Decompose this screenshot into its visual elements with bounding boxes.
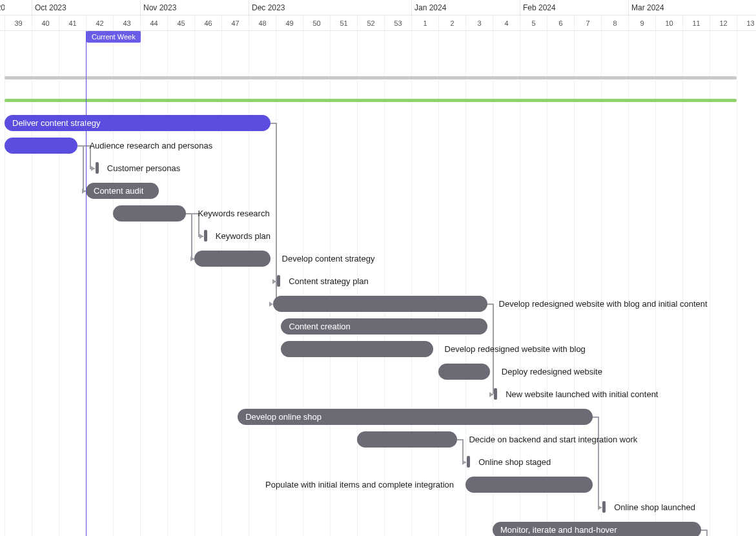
week-header: 7 bbox=[574, 15, 601, 31]
dependency-line bbox=[598, 417, 599, 507]
week-header: 6 bbox=[547, 15, 574, 31]
week-header: 48 bbox=[249, 15, 276, 31]
milestone[interactable] bbox=[277, 275, 280, 287]
dependency-line bbox=[186, 213, 191, 214]
dependency-line bbox=[271, 123, 276, 124]
dependency-line bbox=[706, 530, 708, 536]
gantt-bar[interactable] bbox=[113, 205, 186, 222]
milestone-label: Content strategy plan bbox=[289, 273, 369, 289]
gantt-bar-label: Monitor, iterate and hand-hover bbox=[500, 522, 617, 536]
gantt-bar[interactable] bbox=[438, 364, 490, 380]
gantt-bar[interactable]: Develop online shop bbox=[238, 409, 593, 425]
week-header: 52 bbox=[357, 15, 384, 31]
week-header: 5 bbox=[520, 15, 547, 31]
summary-bar[interactable] bbox=[5, 76, 737, 79]
month-header: Dec 2023 bbox=[249, 0, 357, 15]
gantt-bar-label: Develop content strategy bbox=[282, 251, 375, 267]
dependency-line bbox=[487, 304, 493, 305]
week-header: 43 bbox=[113, 15, 140, 31]
milestone[interactable] bbox=[467, 456, 470, 468]
week-header: 39 bbox=[5, 15, 32, 31]
gantt-bar-label: Content creation bbox=[289, 318, 350, 335]
week-header: 42 bbox=[86, 15, 113, 31]
dependency-line bbox=[77, 145, 89, 147]
summary-bar[interactable] bbox=[5, 99, 737, 102]
gantt-bar-label: Decide on backend and start integration … bbox=[469, 431, 637, 448]
grid-line bbox=[411, 31, 412, 536]
gantt-bar-label: Deploy redesigned website bbox=[502, 364, 602, 380]
gantt-bar[interactable] bbox=[465, 477, 593, 493]
grid-line bbox=[628, 31, 629, 536]
grid-line bbox=[32, 31, 32, 536]
grid-line bbox=[113, 31, 114, 536]
dependency-arrow-icon bbox=[598, 505, 602, 510]
gantt-bar[interactable]: Content audit bbox=[86, 183, 159, 199]
gantt-bar[interactable]: Monitor, iterate and hand-hover bbox=[493, 522, 701, 536]
gantt-bar-label: Develop redesigned website with blog and… bbox=[499, 296, 708, 312]
milestone-label: Customer personas bbox=[107, 160, 180, 176]
dependency-arrow-icon bbox=[199, 234, 203, 239]
week-header: 8 bbox=[601, 15, 628, 31]
month-header: Feb 2024 bbox=[520, 0, 628, 15]
gantt-bar[interactable]: Content creation bbox=[281, 318, 487, 335]
week-header: 10 bbox=[655, 15, 682, 31]
dependency-arrow-icon bbox=[91, 166, 95, 171]
week-header: 1 bbox=[411, 15, 438, 31]
month-header: Jan 2024 bbox=[411, 0, 520, 15]
week-header: 50 bbox=[303, 15, 330, 31]
milestone-label: New website launched with initial conten… bbox=[506, 386, 658, 402]
week-header: 4 bbox=[493, 15, 520, 31]
gantt-bar[interactable] bbox=[281, 341, 433, 357]
grid-line bbox=[221, 31, 222, 536]
milestone-label: Online shop launched bbox=[614, 499, 695, 515]
month-header: Sep 2023 bbox=[0, 0, 5, 15]
gantt-bar-label: Develop redesigned website with blog bbox=[445, 341, 586, 357]
grid-line bbox=[438, 31, 439, 536]
week-header: 53 bbox=[384, 15, 411, 31]
week-header: 9 bbox=[628, 15, 655, 31]
dependency-arrow-icon bbox=[489, 392, 493, 397]
milestone-label: Keywords plan bbox=[216, 228, 271, 244]
milestone[interactable] bbox=[96, 162, 99, 174]
dependency-line bbox=[77, 145, 83, 147]
dependency-line bbox=[83, 145, 84, 191]
current-week-line bbox=[86, 31, 87, 536]
gantt-bar-label: Audience research and personas bbox=[89, 138, 212, 154]
gantt-bar[interactable]: Deliver content strategy bbox=[5, 115, 271, 131]
dependency-line bbox=[271, 123, 276, 124]
dependency-line bbox=[701, 530, 706, 531]
week-header: 40 bbox=[32, 15, 59, 31]
gantt-chart-body[interactable]: Deliver content strategyAudience researc… bbox=[0, 31, 756, 536]
month-header: Mar 2024 bbox=[628, 0, 737, 15]
week-header: 2 bbox=[438, 15, 465, 31]
week-row: 3940414243444546474849505152531234567891… bbox=[0, 15, 756, 31]
timeline-header: Sep 2023Oct 2023Nov 2023Dec 2023Jan 2024… bbox=[0, 0, 756, 31]
gantt-bar-label: Deliver content strategy bbox=[12, 115, 101, 131]
current-week-badge[interactable]: Current Week bbox=[87, 31, 141, 43]
gantt-bar[interactable] bbox=[5, 138, 77, 154]
gantt-bar[interactable] bbox=[357, 431, 457, 448]
week-header: 47 bbox=[221, 15, 249, 31]
milestone[interactable] bbox=[494, 388, 497, 400]
grid-line bbox=[59, 31, 59, 536]
grid-line bbox=[194, 31, 195, 536]
week-header: 51 bbox=[330, 15, 357, 31]
week-header: 13 bbox=[737, 15, 756, 31]
milestone[interactable] bbox=[204, 230, 207, 242]
dependency-line bbox=[191, 213, 192, 258]
month-header: Nov 2023 bbox=[140, 0, 249, 15]
grid-line bbox=[710, 31, 710, 536]
gantt-bar-label: Keywords research bbox=[198, 205, 269, 222]
milestone[interactable] bbox=[602, 501, 606, 513]
dependency-arrow-icon bbox=[272, 279, 276, 284]
grid-line bbox=[384, 31, 385, 536]
dependency-line bbox=[186, 213, 198, 214]
gantt-bar-label: Develop online shop bbox=[245, 409, 322, 425]
milestone-label: Online shop staged bbox=[478, 454, 551, 470]
gantt-bar-label: Populate with initial items and complete… bbox=[0, 477, 454, 493]
gantt-bar[interactable] bbox=[194, 251, 271, 267]
week-header: 41 bbox=[59, 15, 86, 31]
gantt-bar[interactable] bbox=[273, 296, 487, 312]
grid-line bbox=[249, 31, 249, 536]
dependency-line bbox=[457, 439, 462, 440]
